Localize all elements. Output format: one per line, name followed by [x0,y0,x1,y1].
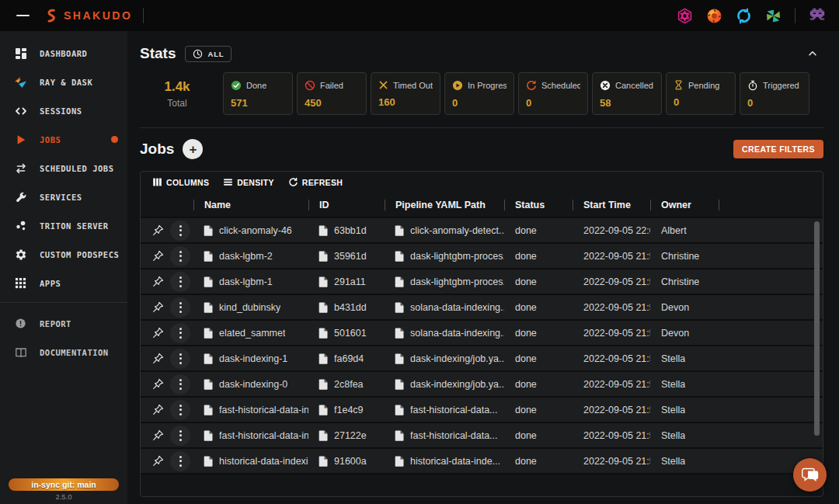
columns-button[interactable]: COLUMNS [147,175,214,189]
copy-file-icon[interactable] [204,302,213,313]
copy-file-icon[interactable] [204,328,213,339]
copy-file-icon[interactable] [319,379,328,390]
sidebar-item-report[interactable]: REPORT [0,309,127,338]
chevron-up-icon[interactable] [802,43,823,64]
copy-file-icon[interactable] [319,225,328,236]
header-start-time[interactable]: Start Time [573,193,650,217]
pin-icon[interactable] [150,402,165,418]
copy-file-icon[interactable] [204,405,213,415]
refresh-button[interactable]: REFRESH [283,175,348,189]
pin-icon[interactable] [150,428,165,443]
stat-card-in-progress[interactable]: In Progress 0 [444,72,514,115]
copy-file-icon[interactable] [395,353,404,364]
sidebar-item-apps[interactable]: APPS [0,269,127,297]
sidebar-item-dashboard[interactable]: DASHBOARD [0,39,127,68]
kebab-menu-icon[interactable] [170,349,190,369]
pin-icon[interactable] [150,274,165,290]
header-name[interactable]: Name [193,193,308,217]
pin-icon[interactable] [150,351,165,367]
hexagon-star-icon[interactable] [674,5,695,26]
density-button[interactable]: DENSITY [218,175,280,189]
stat-card-scheduled[interactable]: Scheduled 0 [518,72,588,115]
pin-icon[interactable] [150,300,165,315]
table-row[interactable]: click-anomaly-46 63bb1d cl [141,218,823,244]
stats-filter-all-button[interactable]: ALL [185,46,232,62]
sidebar-item-jobs[interactable]: JOBS [0,125,127,154]
pin-icon[interactable] [150,249,165,264]
copy-file-icon[interactable] [204,353,213,364]
header-status[interactable]: Status [504,193,573,217]
stat-card-pending[interactable]: Pending 0 [666,72,736,115]
copy-file-icon[interactable] [395,405,404,415]
pin-icon[interactable] [150,454,165,469]
table-scrollbar[interactable] [814,221,820,436]
sidebar-item-sessions[interactable]: SESSIONS [0,96,127,125]
table-row[interactable]: dask-lgbm-2 35961d dask-li [141,244,823,269]
kebab-menu-icon[interactable] [170,400,190,420]
kebab-menu-icon[interactable] [170,246,190,266]
table-row[interactable]: dask-lgbm-1 291a11 dask-li [141,269,823,295]
stat-card-failed[interactable]: Failed 450 [297,72,367,115]
pin-icon[interactable] [150,223,165,238]
brand-logo[interactable]: SHAKUDO [44,9,132,23]
pin-icon[interactable] [150,325,165,341]
header-pipeline-yaml-path[interactable]: Pipeline YAML Path [385,193,504,217]
pin-icon[interactable] [150,377,165,392]
copy-file-icon[interactable] [395,276,404,287]
stat-card-cancelled[interactable]: Cancelled 58 [592,72,662,115]
table-row[interactable]: historical-data-indexing 91600a [141,449,823,474]
kebab-menu-icon[interactable] [170,297,190,318]
pinwheel-icon[interactable] [762,5,784,26]
table-row[interactable]: elated_sammet 501601 solan [141,321,823,346]
sidebar-item-triton-server[interactable]: TRITON SERVER [0,211,127,240]
git-sync-badge[interactable]: in-sync git: main [9,478,119,491]
header-id[interactable]: ID [308,193,385,217]
sidebar-item-services[interactable]: SERVICES [0,182,127,211]
header-owner[interactable]: Owner [650,193,719,217]
copy-file-icon[interactable] [319,276,328,287]
copy-file-icon[interactable] [319,456,328,467]
sidebar-item-custom-podspecs[interactable]: CUSTOM PODSPECS [0,240,127,269]
copy-file-icon[interactable] [319,430,328,441]
copy-file-icon[interactable] [395,251,404,262]
copy-file-icon[interactable] [319,302,328,313]
table-row[interactable]: fast-historical-data-inde f1e4c9 [141,398,823,423]
sidebar-item-documentation[interactable]: DOCUMENTATION [0,338,127,367]
menu-icon[interactable] [11,4,34,27]
copy-file-icon[interactable] [204,225,213,236]
avatar-invader-icon[interactable] [806,5,828,26]
stat-card-done[interactable]: Done 571 [223,72,293,115]
copy-file-icon[interactable] [395,379,404,390]
copy-file-icon[interactable] [204,456,213,467]
copy-file-icon[interactable] [395,456,404,467]
copy-file-icon[interactable] [319,353,328,364]
create-filters-button[interactable]: CREATE FILTERS [733,140,823,158]
sync-icon[interactable] [733,5,754,26]
kebab-menu-icon[interactable] [170,451,190,471]
chat-launcher-button[interactable] [793,458,827,492]
copy-file-icon[interactable] [204,430,213,441]
copy-file-icon[interactable] [395,225,404,236]
kebab-menu-icon[interactable] [170,221,190,241]
copy-file-icon[interactable] [395,302,404,313]
table-row[interactable]: kind_dubinsky b431dd solan [141,295,823,321]
kebab-menu-icon[interactable] [170,426,190,446]
copy-file-icon[interactable] [395,328,404,339]
copy-file-icon[interactable] [204,251,213,262]
kebab-menu-icon[interactable] [170,374,190,395]
stat-card-triggered[interactable]: Triggered 0 [740,72,809,115]
sidebar-item-scheduled-jobs[interactable]: SCHEDULED JOBS [0,154,127,182]
kebab-menu-icon[interactable] [170,272,190,292]
copy-file-icon[interactable] [395,430,404,441]
table-row[interactable]: dask-indexing-1 fa69d4 das [141,346,823,372]
copy-file-icon[interactable] [319,251,328,262]
copy-file-icon[interactable] [204,379,213,390]
copy-file-icon[interactable] [319,405,328,415]
copy-file-icon[interactable] [204,276,213,287]
copy-file-icon[interactable] [319,328,328,339]
sidebar-item-ray-dask[interactable]: RAY & DASK [0,68,127,96]
plus-icon[interactable]: + [183,139,203,159]
table-row[interactable]: fast-historical-data-inde 27122e [141,423,823,449]
stat-card-timed-out[interactable]: Timed Out 160 [371,72,440,115]
grafana-icon[interactable] [703,5,725,26]
